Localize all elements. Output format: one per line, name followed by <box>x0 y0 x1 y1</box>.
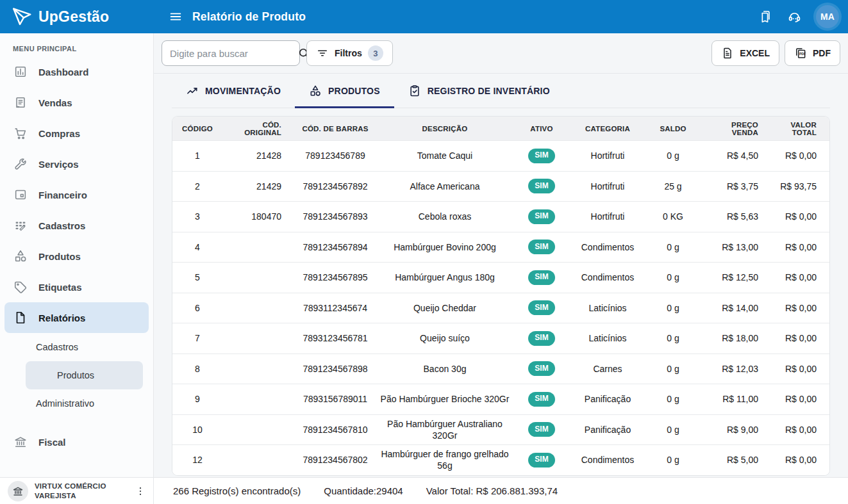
user-avatar[interactable]: MA <box>816 5 839 28</box>
excel-label: EXCEL <box>740 48 770 58</box>
table-cell: Hambúrguer Bovino 200g <box>376 241 513 253</box>
records-found: 266 Registro(s) encontrado(s) <box>173 485 301 496</box>
table-cell: R$ 0,00 <box>767 363 828 375</box>
bookmarks-icon[interactable] <box>757 9 772 24</box>
table-cell: Condimentos <box>570 454 645 466</box>
table-cell: 5 <box>172 272 222 283</box>
sidebar-item-financeiro[interactable]: Financeiro <box>4 179 149 210</box>
active-cell: SIM <box>513 240 570 254</box>
table-cell: Bacon 30g <box>376 363 513 375</box>
search-input[interactable] <box>170 48 297 59</box>
active-cell: SIM <box>513 179 570 193</box>
table-cell: 7891234567802 <box>294 454 376 466</box>
hamburger-menu-icon[interactable] <box>168 9 183 24</box>
sidebar-subitem-label: Administrativo <box>36 398 94 409</box>
table-row[interactable]: 57891234567895Hambúrguer Angus 180gSIMCo… <box>172 262 829 293</box>
tab-registro-inventario[interactable]: REGISTRO DE INVENTÁRIO <box>394 74 564 108</box>
table-cell: Carnes <box>570 363 645 375</box>
tab-movimentacao[interactable]: MOVIMENTAÇÃO <box>172 74 295 108</box>
kebab-menu-icon[interactable] <box>133 484 148 499</box>
table-cell: 25 g <box>645 181 701 192</box>
filters-label: Filtros <box>335 48 362 58</box>
menu-section-label: MENU PRINCIPAL <box>13 45 153 53</box>
sidebar-item-label: Vendas <box>38 97 72 108</box>
table-cell: 7893156789011 <box>294 393 376 405</box>
column-header: ATIVO <box>513 125 570 133</box>
table-cell: 9 <box>172 393 222 405</box>
tab-produtos[interactable]: PRODUTOS <box>295 74 394 108</box>
sidebar-item-cadastros[interactable]: Cadastros <box>4 210 149 241</box>
table-row[interactable]: 107891234567810Pão Hambúrguer Australian… <box>172 414 829 445</box>
column-header: PREÇO VENDA <box>701 121 767 136</box>
svg-text:PDF: PDF <box>799 52 806 56</box>
sidebar-item-servicos[interactable]: Serviços <box>4 149 149 179</box>
table-row[interactable]: 77893123456781Queijo suíçoSIMLaticínios0… <box>172 323 829 354</box>
sidebar-item-label: Etiquetas <box>38 282 82 293</box>
receipt-icon <box>13 95 28 110</box>
tab-label: MOVIMENTAÇÃO <box>205 86 281 96</box>
sidebar-item-label: Produtos <box>38 251 81 262</box>
active-cell: SIM <box>513 453 570 467</box>
table-cell: 0 g <box>645 363 701 375</box>
table-body: 121428789123456789Tomate CaquiSIMHortifr… <box>172 140 829 475</box>
status-badge: SIM <box>528 240 554 254</box>
table-cell: R$ 12,03 <box>701 363 767 375</box>
table-row[interactable]: 2214297891234567892Alface AmericanaSIMHo… <box>172 171 829 202</box>
table-row[interactable]: 97893156789011Pão Hambúrguer Brioche 320… <box>172 384 829 414</box>
active-cell: SIM <box>513 149 570 163</box>
sidebar-item-dashboard[interactable]: Dashboard <box>4 56 149 87</box>
sidebar-item-produtos[interactable]: Produtos <box>4 241 149 272</box>
sidebar-item-relatorios[interactable]: Relatórios <box>4 302 149 333</box>
support-headset-icon[interactable] <box>786 9 802 24</box>
sidebar: MENU PRINCIPAL Dashboard Vendas Compras … <box>0 33 154 477</box>
sidebar-item-vendas[interactable]: Vendas <box>4 87 149 118</box>
status-badge: SIM <box>528 331 554 346</box>
active-cell: SIM <box>513 392 570 407</box>
table-cell: 0 g <box>645 272 701 283</box>
table-row[interactable]: 47891234567894Hambúrguer Bovino 200gSIMC… <box>172 232 829 263</box>
table-row[interactable]: 31804707891234567893Cebola roxasSIMHorti… <box>172 201 829 232</box>
table-row[interactable]: 127891234567802Hambúrguer de frango grel… <box>172 444 829 475</box>
table-cell: 7893123456781 <box>294 332 376 344</box>
filters-button[interactable]: Filtros 3 <box>306 40 393 66</box>
column-header: CÓDIGO <box>172 125 222 133</box>
column-header: CATEGORIA <box>570 125 645 133</box>
active-cell: SIM <box>513 331 570 346</box>
table-cell: 12 <box>172 454 222 466</box>
file-icon <box>13 311 28 325</box>
table-cell: R$ 0,00 <box>767 211 828 222</box>
pdf-export-button[interactable]: PDF PDF <box>785 40 840 66</box>
tab-label: PRODUTOS <box>328 86 380 96</box>
sidebar-subitem-cadastros[interactable]: Cadastros <box>0 333 143 361</box>
sidebar-subitem-produtos[interactable]: Produtos <box>26 361 143 389</box>
table-cell: 7891234567892 <box>294 181 376 192</box>
table-cell: R$ 0,00 <box>767 424 828 435</box>
wrench-icon <box>13 157 28 171</box>
table-cell: Laticínios <box>570 332 645 344</box>
table-cell: Panificação <box>570 393 645 405</box>
sidebar-item-compras[interactable]: Compras <box>4 118 149 149</box>
table-cell: R$ 5,63 <box>701 211 767 222</box>
sidebar-item-label: Dashboard <box>38 67 88 77</box>
table-row[interactable]: 67893112345674Queijo CheddarSIMLaticínio… <box>172 293 829 323</box>
table-cell: 21428 <box>222 150 294 161</box>
status-badge: SIM <box>528 422 554 437</box>
table-cell: 7891234567893 <box>294 211 376 222</box>
table-row[interactable]: 121428789123456789Tomate CaquiSIMHortifr… <box>172 140 829 171</box>
table-cell: Queijo suíço <box>376 332 513 344</box>
sidebar-subitem-administrativo[interactable]: Administrativo <box>0 389 143 418</box>
table-row[interactable]: 87891234567898Bacon 30gSIMCarnes0 gR$ 12… <box>172 354 829 384</box>
table-cell: R$ 0,00 <box>767 393 828 405</box>
table-cell: R$ 0,00 <box>767 241 828 253</box>
sidebar-item-label: Financeiro <box>38 190 87 200</box>
sidebar-item-fiscal[interactable]: Fiscal <box>4 427 149 457</box>
column-header: CÓD. DE BARRAS <box>294 125 376 133</box>
status-badge: SIM <box>528 453 554 467</box>
table-cell: R$ 0,00 <box>767 332 828 344</box>
excel-export-button[interactable]: EXCEL <box>711 40 779 66</box>
table-cell: R$ 0,00 <box>767 272 828 283</box>
table-cell: R$ 9,00 <box>701 424 767 435</box>
company-switcher[interactable]: VIRTUX COMÉRCIO VAREJISTA <box>0 478 154 504</box>
sidebar-item-etiquetas[interactable]: Etiquetas <box>4 272 149 302</box>
total-quantity: Quantidade:29404 <box>324 485 403 496</box>
